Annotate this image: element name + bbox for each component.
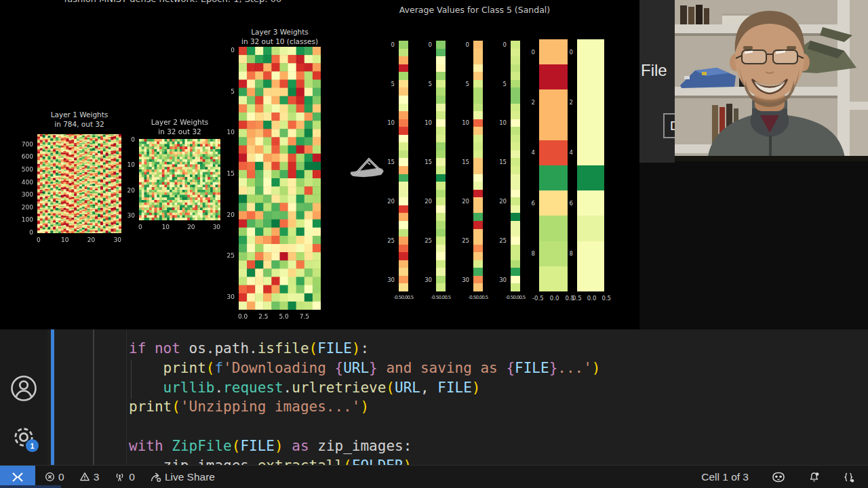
heatmap-cell <box>577 266 604 291</box>
heatmap-cell <box>511 104 520 112</box>
heatmap-cell <box>511 111 520 119</box>
heatmap-cell <box>511 127 520 135</box>
heatmap-cell <box>511 260 520 268</box>
code-line[interactable]: urllib.request.urlretrieve(URL, FILE) <box>129 378 601 398</box>
code-area[interactable]: if not os.path.isfile(FILE): print(f'Dow… <box>129 339 601 465</box>
code-line[interactable]: print('Unzipping images...') <box>129 397 601 417</box>
heatmap-cell <box>399 190 408 198</box>
code-line[interactable]: zip_images.extractall(FOLDER) <box>129 456 601 465</box>
heatmap-cell <box>511 72 520 80</box>
warning-status-item[interactable]: 3 <box>77 471 102 483</box>
heatmap-cell <box>436 268 446 276</box>
code-editor[interactable]: 1 if not os.path.isfile(FILE): print(f'D… <box>0 329 868 465</box>
heatmap-cell <box>436 96 446 104</box>
heatmap-cell <box>473 252 483 260</box>
cell-indicator[interactable]: Cell 1 of 3 <box>698 471 751 483</box>
heatmap-cell <box>399 56 408 64</box>
bell-status-item[interactable] <box>806 472 823 483</box>
code-line[interactable]: print(f'Downloading {URL} and saving as … <box>129 359 601 378</box>
heatmap-cell <box>436 166 446 174</box>
heatmap-cell <box>436 182 446 190</box>
heatmap-cell <box>473 166 483 174</box>
remote-indicator[interactable] <box>0 466 35 488</box>
code-line[interactable] <box>129 417 601 436</box>
status-text: 3 <box>94 471 100 483</box>
heatmap-cell <box>473 127 483 135</box>
heatmap-cell <box>436 127 446 135</box>
heatmap-cell <box>473 158 483 166</box>
layer2-weights-heatmap <box>139 139 220 220</box>
bottom-corner-strip <box>0 485 61 488</box>
heatmap-cell <box>473 221 483 229</box>
heatmap-cell <box>399 64 408 73</box>
heatmap-cell <box>436 142 446 150</box>
settings-badge: 1 <box>26 439 39 452</box>
heatmap-cell <box>436 213 446 221</box>
braces-status-item[interactable] <box>840 472 857 483</box>
heatmap-cell <box>511 135 520 143</box>
avg-col-1 <box>399 41 408 291</box>
heatmap-cell <box>436 150 446 159</box>
heatmap-cell <box>473 205 483 214</box>
heatmap-cell <box>511 205 520 214</box>
heatmap-cell <box>511 142 520 150</box>
heatmap-cell <box>399 182 408 190</box>
heatmap-cell <box>473 104 483 112</box>
status-text: Live Share <box>165 471 215 483</box>
average-values-title: Average Values for Class 5 (Sandal) <box>353 5 597 15</box>
heatmap-cell <box>473 150 483 159</box>
heatmap-cell <box>436 276 446 284</box>
heatmap-cell <box>511 49 520 57</box>
layer3-weights-heatmap <box>239 47 321 310</box>
heatmap-cell <box>436 190 446 198</box>
code-line[interactable]: if not os.path.isfile(FILE): <box>129 339 601 359</box>
heatmap-cell <box>511 197 520 205</box>
heatmap-cell <box>511 150 520 159</box>
share-status-item[interactable]: Live Share <box>147 471 218 483</box>
settings-gear-icon[interactable]: 1 <box>9 423 38 454</box>
heatmap-cell <box>436 252 446 260</box>
heatmap-cell <box>511 41 520 49</box>
menu-bar-strip <box>639 0 675 163</box>
accounts-icon[interactable] <box>9 374 38 405</box>
heatmap-cell <box>473 182 483 190</box>
heatmap-cell <box>436 49 446 57</box>
heatmap-cell <box>577 140 604 165</box>
heatmap-cell <box>473 245 483 253</box>
heatmap-cell <box>511 182 520 190</box>
heatmap-cell <box>511 213 520 221</box>
code-line[interactable]: with ZipFile(FILE) as zip_images: <box>129 436 601 456</box>
avg-col-2 <box>436 41 446 291</box>
heatmap-cell <box>511 268 520 276</box>
heatmap-cell <box>399 49 408 57</box>
heatmap-cell <box>511 190 520 198</box>
heatmap-cell <box>473 213 483 221</box>
heatmap-cell <box>436 283 446 291</box>
heatmap-cell <box>436 111 446 119</box>
broadcast-status-item[interactable]: 0 <box>111 471 138 483</box>
editor-divider <box>93 329 94 465</box>
file-menu[interactable]: File <box>641 61 667 80</box>
heatmap-cell <box>511 221 520 229</box>
heatmap-cell <box>511 237 520 245</box>
heatmap-cell <box>436 119 446 127</box>
heatmap-cell <box>539 115 568 140</box>
heatmap-cell <box>473 64 483 73</box>
heatmap-cell <box>399 41 408 49</box>
editor-divider-2 <box>126 329 127 465</box>
error-status-item[interactable]: 0 <box>42 471 67 483</box>
matplotlib-figure-panel: fashion MNIST dense network: Epoch: 1, S… <box>0 0 639 329</box>
heatmap-cell <box>577 216 604 241</box>
heatmap-cell <box>399 245 408 253</box>
heatmap-cell <box>399 166 408 174</box>
heatmap-cell <box>399 205 408 214</box>
status-text: Cell 1 of 3 <box>701 471 749 483</box>
heatmap-cell <box>473 56 483 64</box>
github-status-item[interactable] <box>769 472 788 483</box>
heatmap-cell <box>399 197 408 205</box>
heatmap-cell <box>473 260 483 268</box>
heatmap-cell <box>577 115 604 140</box>
heatmap-cell <box>473 197 483 205</box>
heatmap-cell <box>436 80 446 88</box>
heatmap-cell <box>511 96 520 104</box>
